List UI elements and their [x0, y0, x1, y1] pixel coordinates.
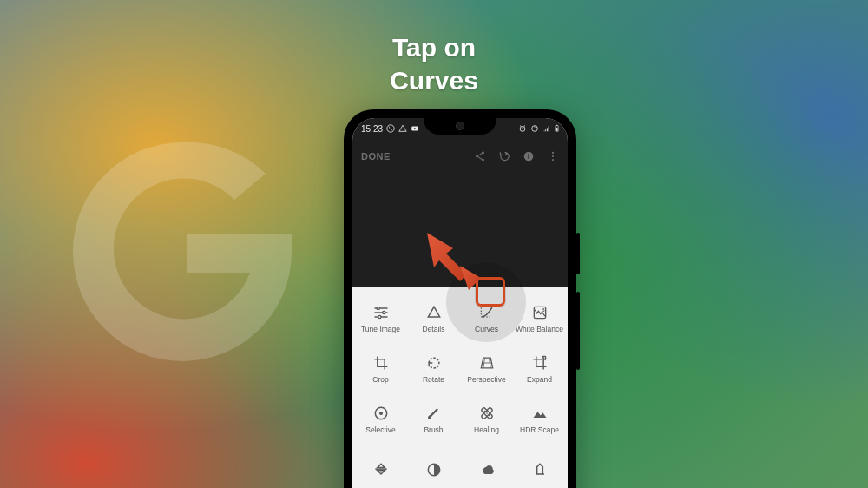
share-icon[interactable]	[474, 150, 486, 162]
tool-selective[interactable]: Selective	[354, 394, 407, 445]
tools-panel: Tune Image Details Curves B White Balanc…	[352, 287, 568, 488]
tool-label: Rotate	[423, 375, 444, 384]
svg-text:B: B	[542, 307, 545, 313]
signal-icon	[542, 124, 551, 133]
expand-icon	[531, 354, 549, 372]
tool-label: Curves	[475, 325, 498, 333]
svg-point-10	[505, 153, 507, 155]
tool-curves[interactable]: Curves	[460, 293, 513, 344]
instruction-text: Tap on Curves	[0, 31, 868, 96]
info-icon[interactable]	[523, 150, 535, 162]
status-right-cluster	[518, 124, 559, 133]
phone-notch	[424, 118, 496, 135]
snapseed-action-bar: DONE	[352, 139, 568, 174]
front-camera-icon	[456, 122, 464, 130]
brush-icon	[425, 405, 443, 422]
tool-hdr-scape[interactable]: HDR Scape	[513, 394, 566, 445]
tool-label: Crop	[372, 375, 388, 384]
tool-expand[interactable]: Expand	[513, 344, 566, 394]
svg-point-16	[552, 159, 554, 161]
crop-icon	[372, 354, 390, 372]
tool-tune-image[interactable]: Tune Image	[354, 293, 407, 344]
tool-white-balance[interactable]: B White Balance	[513, 293, 566, 344]
healing-icon	[478, 405, 496, 422]
svg-point-19	[378, 315, 380, 318]
svg-point-27	[483, 411, 485, 412]
curves-icon	[478, 304, 496, 321]
instruction-line2: Curves	[390, 66, 478, 95]
drama-icon	[478, 461, 496, 478]
hdr-scape-icon	[531, 405, 549, 422]
white-balance-icon: B	[531, 304, 549, 321]
glamour-glow-icon	[372, 461, 390, 478]
phone-frame: 15:23 DONE	[344, 109, 576, 488]
battery-icon	[555, 124, 559, 133]
vintage-icon	[531, 461, 549, 478]
tool-perspective[interactable]: Perspective	[460, 344, 513, 394]
image-canvas-area	[352, 174, 568, 287]
svg-rect-5	[556, 125, 558, 126]
edit-history-icon[interactable]	[498, 150, 510, 162]
youtube-icon	[411, 124, 419, 133]
tutorial-slide: Tap on Curves 15:23	[0, 0, 868, 488]
google-g-watermark	[52, 122, 312, 382]
svg-point-17	[377, 307, 379, 309]
tool-drama[interactable]	[460, 445, 513, 488]
tool-label: Expand	[527, 375, 552, 384]
phone-side-button	[576, 233, 580, 274]
tool-glamour-glow[interactable]	[354, 445, 407, 488]
details-icon	[425, 304, 443, 321]
selective-icon	[372, 405, 390, 422]
svg-point-23	[378, 412, 382, 415]
phone-side-button	[576, 292, 580, 370]
tool-label: White Balance	[516, 325, 563, 333]
svg-rect-12	[528, 155, 529, 159]
alarm-icon	[518, 124, 527, 133]
tool-crop[interactable]: Crop	[354, 344, 407, 394]
svg-rect-13	[528, 154, 529, 155]
tool-brush[interactable]: Brush	[407, 394, 460, 445]
svg-point-0	[387, 125, 394, 132]
tool-rotate[interactable]: Rotate	[407, 344, 460, 394]
tool-label: Selective	[365, 425, 396, 434]
tool-details[interactable]: Details	[407, 293, 460, 344]
svg-point-18	[382, 311, 385, 313]
tonal-contrast-icon	[425, 461, 443, 478]
done-button[interactable]: DONE	[361, 151, 391, 162]
sync-icon	[530, 124, 539, 133]
tool-label: Healing	[474, 425, 499, 434]
svg-point-26	[486, 412, 488, 414]
svg-point-14	[552, 152, 554, 154]
tool-tonal-contrast[interactable]	[407, 445, 460, 488]
tool-label: Brush	[424, 425, 443, 434]
svg-rect-6	[556, 128, 557, 131]
instruction-line1: Tap on	[392, 33, 476, 62]
tool-label: Perspective	[467, 375, 505, 384]
warning-icon	[398, 124, 407, 133]
tool-label: Details	[423, 325, 445, 333]
status-time: 15:23	[361, 124, 383, 134]
tool-healing[interactable]: Healing	[460, 394, 513, 445]
tune-image-icon	[372, 304, 390, 321]
svg-point-28	[488, 415, 490, 417]
viber-icon	[386, 124, 395, 133]
tool-vintage[interactable]	[513, 445, 566, 488]
tool-label: HDR Scape	[520, 425, 559, 434]
overflow-menu-icon[interactable]	[547, 150, 559, 162]
phone-screen: 15:23 DONE	[352, 118, 568, 488]
rotate-icon	[425, 354, 443, 372]
status-left-cluster: 15:23	[361, 124, 419, 134]
perspective-icon	[478, 354, 496, 372]
tool-label: Tune Image	[361, 325, 400, 333]
svg-point-15	[552, 155, 554, 157]
